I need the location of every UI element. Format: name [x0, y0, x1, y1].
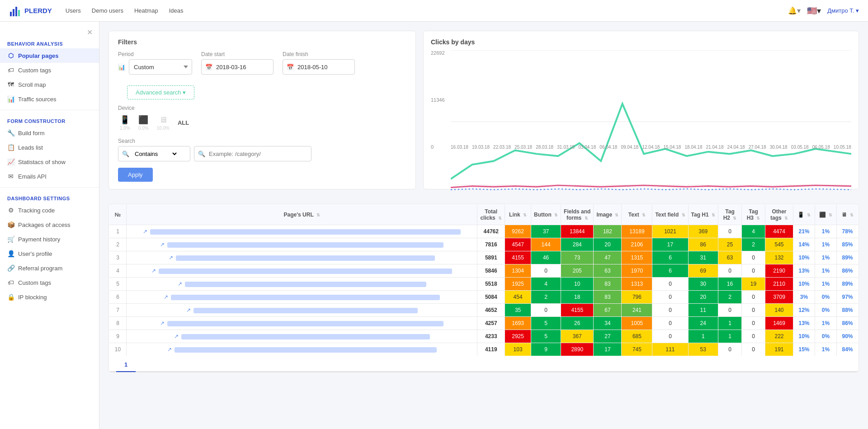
table-cell: 20 [594, 238, 622, 251]
col-othertags[interactable]: Othertags ⇅ [765, 205, 793, 225]
external-link-icon[interactable]: ↗ [186, 307, 191, 313]
col-tagh3[interactable]: TagH3 ⇅ [742, 205, 765, 225]
row-percent: 1% [815, 264, 837, 278]
period-select[interactable]: Custom Last 7 days Last 30 days [129, 59, 192, 75]
device-all-button[interactable]: ALL [176, 118, 191, 128]
row-percent: 14% [793, 238, 815, 251]
external-link-icon[interactable]: ↗ [174, 333, 179, 339]
search-type-icon: 🔍 [118, 151, 133, 157]
table-cell: 144 [531, 238, 561, 251]
table-cell: 6 [652, 264, 688, 278]
col-tablet[interactable]: ⬛ ⇅ [815, 205, 837, 225]
sidebar-label-user-profile: User's profile [18, 250, 52, 257]
col-total[interactable]: Totalclicks ⇅ [477, 205, 505, 225]
external-link-icon[interactable]: ↗ [151, 268, 156, 274]
traffic-sources-icon: 📊 [7, 95, 14, 103]
sidebar-item-emails-api[interactable]: ✉ Emails API [0, 169, 99, 184]
chart-section: Clicks by days 22692 11346 0 [423, 31, 859, 189]
device-mobile-button[interactable]: 📱 1.0% [118, 113, 132, 132]
sidebar-item-payment-history[interactable]: 🛒 Payment history [0, 232, 99, 246]
sidebar-close-button[interactable]: ✕ [87, 28, 93, 37]
nav-demo-users[interactable]: Demo users [92, 7, 123, 14]
sidebar-item-statistics-of-show[interactable]: 📈 Statistacs of show [0, 155, 99, 169]
row-percent: 89% [837, 278, 859, 291]
table-cell: 103 [505, 343, 531, 356]
sidebar-item-popular-pages[interactable]: ⬡ Popular pages [0, 48, 99, 63]
external-link-icon[interactable]: ↗ [164, 294, 168, 300]
tab-1[interactable]: 1 [116, 358, 136, 372]
external-link-icon[interactable]: ↗ [160, 241, 165, 248]
date-start-input[interactable] [216, 64, 274, 71]
row-percent: 84% [837, 343, 859, 356]
top-nav: PLERDY Users Demo users Heatmap Ideas 🔔▾… [0, 0, 868, 22]
col-tagh1[interactable]: Tag H1 ⇅ [688, 205, 718, 225]
y-max: 22692 [431, 50, 449, 56]
table-cell: 241 [622, 304, 652, 317]
external-link-icon[interactable]: ↗ [143, 228, 147, 235]
sidebar-item-ip-blocking[interactable]: 🔒 IP blocking [0, 290, 99, 304]
col-fields[interactable]: Fields andforms ⇅ [561, 205, 594, 225]
row-number: 1 [109, 225, 127, 238]
nav-ideas[interactable]: Ideas [169, 7, 184, 14]
sidebar-item-leads-list[interactable]: 📋 Leads list [0, 140, 99, 155]
col-mobile[interactable]: 📱 ⇅ [793, 205, 815, 225]
user-menu[interactable]: Дмитро Т. ▾ [827, 7, 859, 14]
table-cell: 111 [652, 343, 688, 356]
row-percent: 1% [815, 317, 837, 330]
table-row: 9↗42332925536727685011022210%0%90% [109, 330, 859, 343]
row-url: ↗ [127, 264, 477, 278]
external-link-icon[interactable]: ↗ [169, 255, 173, 261]
sidebar-item-tracking-code[interactable]: ⚙ Tracking code [0, 203, 99, 217]
sidebar-item-traffic-sources[interactable]: 📊 Traffic sources [0, 92, 99, 106]
external-link-icon[interactable]: ↗ [178, 281, 182, 287]
sidebar-item-packages-of-access[interactable]: 📦 Packages of access [0, 217, 99, 232]
col-button[interactable]: Button ⇅ [531, 205, 561, 225]
logo[interactable]: PLERDY [9, 5, 52, 17]
external-link-icon[interactable]: ↗ [160, 320, 165, 326]
table-cell: 10 [561, 278, 594, 291]
table-cell: 31 [688, 251, 718, 264]
table-cell: 2 [531, 291, 561, 304]
sidebar-item-scroll-map[interactable]: 🗺 Scroll map [0, 77, 99, 92]
col-tagh2[interactable]: TagH2 ⇅ [718, 205, 742, 225]
table-cell: 18 [561, 291, 594, 304]
table-cell: 37 [531, 225, 561, 238]
date-start-label: Date start [201, 51, 274, 57]
table-cell: 3709 [765, 291, 793, 304]
build-form-icon: 🔧 [7, 129, 14, 137]
col-text[interactable]: Text ⇅ [622, 205, 652, 225]
advanced-search-button[interactable]: Advanced search ▾ [127, 85, 194, 99]
table-cell: 35 [505, 304, 531, 317]
search-label: Search [118, 138, 311, 144]
table-cell: 5846 [477, 264, 505, 278]
row-url: ↗ [127, 278, 477, 291]
table-row: 7↗46523504155672410110014012%0%88% [109, 304, 859, 317]
sidebar-label-leads-list: Leads list [18, 144, 43, 151]
sidebar-item-build-form[interactable]: 🔧 Build form [0, 126, 99, 140]
search-input[interactable] [209, 151, 311, 157]
apply-button[interactable]: Apply [118, 168, 153, 182]
sidebar-item-referral-program[interactable]: 🔗 Referral program [0, 261, 99, 275]
col-image[interactable]: Image ⇅ [594, 205, 622, 225]
col-desktop[interactable]: 🖥 ⇅ [837, 205, 859, 225]
sidebar-item-custom-tags[interactable]: 🏷 Custom tags [0, 63, 99, 77]
device-label: Device [118, 105, 191, 111]
date-finish-label: Date finish [283, 51, 355, 57]
table-cell: 2890 [561, 343, 594, 356]
sidebar-item-users-profile[interactable]: 👤 User's profile [0, 246, 99, 261]
col-url[interactable]: Page's URL ⇅ [127, 205, 477, 225]
col-link[interactable]: Link ⇅ [505, 205, 531, 225]
flag-icon[interactable]: 🇺🇸▾ [807, 6, 821, 16]
sidebar-item-custom-tags2[interactable]: 🏷 Custom tags [0, 275, 99, 290]
device-desktop-button[interactable]: 🖥 10.0% [155, 113, 171, 132]
table-cell: 0 [652, 317, 688, 330]
device-tablet-button[interactable]: ⬛ 0.0% [137, 113, 151, 132]
notification-bell[interactable]: 🔔▾ [788, 6, 801, 15]
nav-heatmap[interactable]: Heatmap [134, 7, 158, 14]
search-type-select[interactable]: Contains Equals Starts with [133, 150, 178, 158]
date-finish-input[interactable] [297, 64, 355, 71]
nav-users[interactable]: Users [66, 7, 81, 14]
col-textfield[interactable]: Text field ⇅ [652, 205, 688, 225]
table-cell: 63 [594, 264, 622, 278]
external-link-icon[interactable]: ↗ [167, 346, 172, 353]
